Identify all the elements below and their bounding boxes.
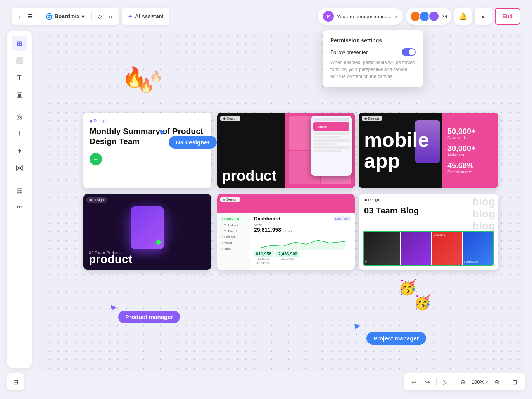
bottom-separator-1 <box>436 378 437 386</box>
toolbar-left-group: ‹ ☰ 🌀 Boardmix ∨ ◇ ⌕ <box>12 8 119 25</box>
card6-blog-title: 03 Team Blog <box>364 206 419 216</box>
card2-design-tag: ◆ Design <box>220 116 240 121</box>
zoom-in-icon: ⊕ <box>494 379 499 385</box>
card3-stats-section: 50,000+ Downloads 30,000+ Active users 4… <box>442 113 498 188</box>
card2-phone-upload-btn: + Upload <box>315 125 327 128</box>
card4-green-dot <box>156 240 161 245</box>
end-button[interactable]: End <box>495 8 520 25</box>
expand-button[interactable]: ∨ <box>475 8 492 25</box>
menu-button[interactable]: ☰ <box>25 12 35 21</box>
reaction-button[interactable]: 🔔 <box>454 8 472 25</box>
card-team-blog: ◆ Design blogblogblog 03 Team Blog ▶ VIN… <box>359 194 498 270</box>
play-button[interactable]: ▷ <box>440 377 450 387</box>
card5-dashboard-title: Dashboard <box>254 216 280 222</box>
toolbar-right-group: P You are demonstrating... ∧ 24 🔔 ∨ End <box>318 8 520 25</box>
boardmix-logo-button[interactable]: 🌀 Boardmix ∨ <box>43 11 88 22</box>
sidebar-tool-frame[interactable]: ⬜ <box>12 53 27 68</box>
card3-design-tag: ◆ Design <box>362 116 382 121</box>
toolbar-divider-1 <box>39 12 39 20</box>
canvas: 🔥 🔥 🔥 ◆ Design Monthly Summary of Produc… <box>37 31 525 372</box>
card5-ready-pin: ● Ready Pin <box>219 216 247 222</box>
sidebar-tool-grid[interactable]: ⊞ <box>12 36 27 51</box>
card3-stat-2: 30,000+ Active users <box>447 144 493 157</box>
frame-icon: ⬜ <box>15 56 24 65</box>
blog-img-red: VINCI B. <box>432 232 462 265</box>
boardmix-logo-icon: 🌀 <box>45 13 53 20</box>
cursor-project-manager: ▶ <box>354 321 361 330</box>
sidebar-tool-network[interactable]: ⋈ <box>12 160 27 176</box>
card-team-projects: ◆ Design 02 Team Projects product <box>83 194 211 270</box>
card6-design-tag: ◆ Design <box>362 197 382 203</box>
card5-tag-text: Design <box>226 198 237 201</box>
zoom-dropdown-chevron-icon: ∨ <box>485 380 488 384</box>
zoom-out-button[interactable]: ⊖ <box>458 377 468 387</box>
zoom-level-selector[interactable]: 100% ∨ <box>472 379 488 385</box>
card4-phone-graphic <box>131 206 164 249</box>
card3-retention-num: 45.68% <box>447 161 493 170</box>
sidebar-tool-table[interactable]: ▦ <box>12 182 27 198</box>
card4-design-tag: ◆ Design <box>86 197 107 203</box>
menu-icon: ☰ <box>28 13 33 19</box>
search-button[interactable]: ⌕ <box>107 12 114 21</box>
sidebar-tool-magic[interactable]: ✦ <box>12 143 27 159</box>
bottom-right-group: ↩ ↪ ▷ ⊖ 100% ∨ ⊕ ⊡ <box>404 373 525 390</box>
card6-image-gallery: ▶ VINCI B. FONACCO <box>363 231 494 266</box>
tag-icon: ◇ <box>98 13 102 19</box>
avatar-3 <box>428 11 439 22</box>
toolbar-divider-2 <box>91 12 92 20</box>
boardmix-chevron-icon: ∨ <box>81 13 85 19</box>
zoom-in-button[interactable]: ⊕ <box>492 377 502 387</box>
card-mobile-stats: ◆ Design mobile app 50,000+ Downloads 30… <box>359 113 498 188</box>
undo-icon: ↩ <box>411 379 416 385</box>
card5-views: Views 29,811,958 <box>254 223 281 233</box>
bottom-separator-3 <box>506 378 506 386</box>
card3-retention-label: Retention rate <box>447 170 493 174</box>
card3-stat-3: 45.68% Retention rate <box>447 161 493 174</box>
left-sidebar: ⊞ ⬜ T ▣ ◎ ⌇ ✦ ⋈ ▦ ••• <box>7 31 32 368</box>
tag-button[interactable]: ◇ <box>95 12 104 21</box>
card2-phone-mockup: + Upload <box>311 116 352 176</box>
back-button[interactable]: ‹ <box>16 12 23 21</box>
follow-presenter-toggle[interactable] <box>402 48 416 56</box>
card5-main-content: Dashboard Sort Filter Views 29,811,958 C… <box>250 213 355 270</box>
card5-upload: ○ To Upload <box>219 223 247 228</box>
ai-assistant-label: AI Assistant <box>135 13 163 19</box>
play-icon: ▷ <box>443 379 447 385</box>
sidebar-tool-shape[interactable]: ◎ <box>12 109 27 125</box>
network-icon: ⋈ <box>15 163 24 173</box>
search-icon: ⌕ <box>109 13 112 19</box>
card1-arrow-btn[interactable]: → <box>90 153 102 165</box>
card5-stats-row: Views 29,811,958 Chart <box>254 223 351 233</box>
card5-board: ○ To Board <box>219 229 247 234</box>
redo-button[interactable]: ↪ <box>423 377 432 387</box>
sidebar-tool-pen[interactable]: ⌇ <box>12 126 27 142</box>
presenter-chevron-icon: ∧ <box>395 14 397 19</box>
card1-tag: ◆ Design <box>90 119 205 123</box>
project-manager-label: Project manager <box>373 335 419 342</box>
cursor-product-manager: ▶ <box>111 302 117 312</box>
card5-dot <box>223 199 225 201</box>
avatar-group[interactable]: 24 <box>406 8 451 25</box>
minimap-button[interactable]: ⊟ <box>11 377 21 387</box>
card3-downloads-label: Downloads <box>447 136 493 140</box>
card5-pink-header: Design <box>217 194 355 213</box>
map-view-icon: ⊡ <box>512 379 517 385</box>
sidebar-tool-text[interactable]: T <box>12 70 27 85</box>
permission-dropdown: Permission settings Follow presenter Whe… <box>323 30 423 87</box>
undo-button[interactable]: ↩ <box>409 377 419 387</box>
ai-assistant-button[interactable]: ✦ AI Assistant <box>122 8 169 25</box>
card3-stat-1: 50,000+ Downloads <box>447 127 493 140</box>
presenter-avatar: P <box>323 11 334 22</box>
map-view-button[interactable]: ⊡ <box>510 377 520 387</box>
presenter-pill[interactable]: P You are demonstrating... ∧ <box>318 8 403 25</box>
expand-icon: ∨ <box>481 14 485 19</box>
zoom-out-icon: ⊖ <box>460 379 465 385</box>
permission-title: Permission settings <box>330 37 416 43</box>
card4-project-title: product <box>89 253 132 266</box>
minimap-icon: ⊟ <box>13 379 18 385</box>
blog-img-purple <box>401 232 431 265</box>
card5-filter-btn[interactable]: Sort Filter <box>333 216 351 221</box>
sidebar-tool-sticky[interactable]: ▣ <box>12 87 27 102</box>
card-monthly-summary: ◆ Design Monthly Summary of Product Desi… <box>83 113 211 188</box>
sidebar-tool-more[interactable]: ••• <box>12 200 27 215</box>
